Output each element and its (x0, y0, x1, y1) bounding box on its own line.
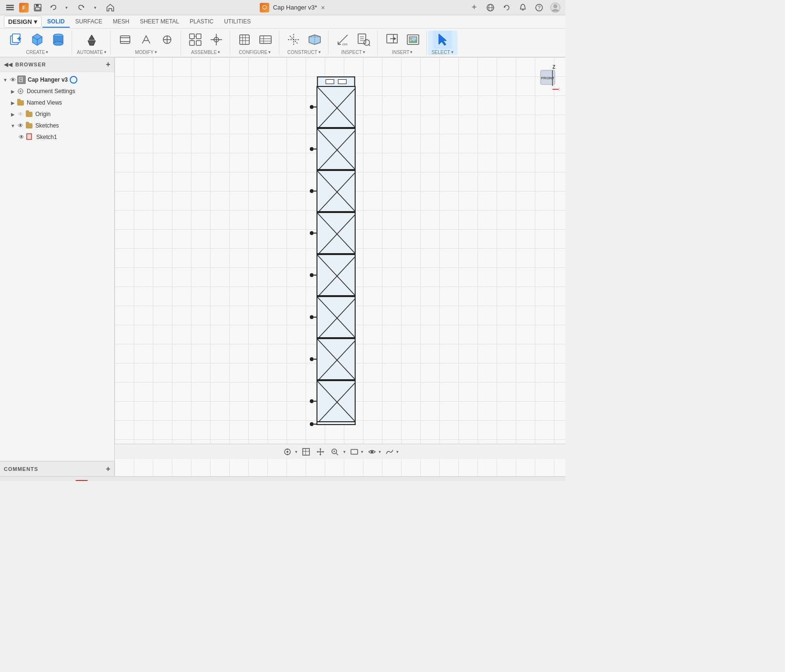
root-arrow[interactable]: ▼ (2, 76, 9, 83)
insert-button1[interactable] (382, 31, 402, 49)
timeline-prev-button[interactable]: ⏴ (18, 480, 29, 481)
construct-button1[interactable] (284, 31, 303, 49)
env-arrow[interactable]: ▾ (396, 449, 399, 454)
create-box-button[interactable] (28, 31, 47, 49)
redo-arrow[interactable]: ▾ (89, 1, 101, 14)
view-cube[interactable]: Z X FRONT (526, 63, 560, 96)
tree-item-origin[interactable]: ▶ 👁 Origin (0, 108, 114, 120)
configure-button1[interactable] (235, 31, 254, 49)
undo-button[interactable] (47, 1, 59, 14)
sketches-eye-icon[interactable]: 👁 (16, 121, 25, 130)
tree-item-named-views[interactable]: ▶ Named Views (0, 97, 114, 108)
tab-solid[interactable]: SOLID (42, 16, 70, 28)
display-button[interactable] (349, 446, 360, 458)
unit-box-2 (317, 128, 356, 170)
view-arrow[interactable]: ▾ (379, 449, 381, 454)
display-arrow[interactable]: ▾ (361, 449, 363, 454)
inspect-button1[interactable]: cm (333, 31, 352, 49)
automate-button[interactable] (82, 31, 101, 49)
select-button[interactable] (433, 31, 452, 49)
sketch-top-connector (317, 76, 355, 86)
tab-mesh[interactable]: MESH (108, 16, 134, 28)
timeline-settings-button[interactable] (551, 480, 562, 481)
help-button[interactable]: ? (533, 1, 545, 14)
viewport[interactable]: Z X FRONT (115, 57, 565, 476)
undo-arrow[interactable]: ▾ (60, 1, 73, 14)
svg-line-100 (318, 297, 356, 338)
save-button[interactable] (32, 1, 44, 14)
tree-item-sketches[interactable]: ▼ 👁 Sketches (0, 120, 114, 131)
browser-add-button[interactable]: + (106, 60, 110, 69)
timeline-rewind-button[interactable]: ⏮ (4, 480, 14, 481)
insert-button2[interactable] (403, 31, 423, 49)
automate-label: AUTOMATE (77, 50, 103, 55)
construct-button2[interactable] (305, 31, 324, 49)
select-arrow[interactable]: ▾ (451, 50, 454, 54)
design-button[interactable]: DESIGN ▾ (4, 16, 42, 28)
sketch-unit-4 (317, 212, 356, 254)
sync-button[interactable] (500, 1, 513, 14)
svg-text:?: ? (538, 5, 541, 11)
tab-sheetmetal[interactable]: SHEET METAL (135, 16, 184, 28)
tab-surface[interactable]: SURFACE (71, 16, 107, 28)
modify-icon3 (159, 32, 175, 47)
document-title: Cap Hanger v3* (273, 4, 318, 11)
create-cylinder-button[interactable] (49, 31, 68, 49)
svg-line-102 (318, 339, 356, 380)
sketch1-eye-icon[interactable]: 👁 (17, 133, 26, 141)
timeline-next-button[interactable]: ⏵ (47, 480, 57, 481)
configure-arrow[interactable]: ▾ (268, 50, 271, 54)
tree-item-doc-settings[interactable]: ▶ Document Settings (0, 85, 114, 97)
home-button[interactable] (104, 1, 117, 14)
zoom-arrow[interactable]: ▾ (343, 449, 346, 454)
inspect-button2[interactable] (354, 31, 373, 49)
env-button[interactable] (384, 446, 395, 458)
origin-eye-icon[interactable]: 👁 (16, 110, 25, 118)
position-button[interactable] (282, 446, 293, 458)
svg-point-16 (553, 4, 557, 8)
timeline-end-button[interactable]: ⏭ (61, 480, 72, 481)
modify-button2[interactable] (137, 31, 156, 49)
tab-utilities[interactable]: UTILITIES (219, 16, 255, 28)
svg-line-92 (318, 129, 356, 170)
user-button[interactable] (549, 1, 562, 14)
tree-item-root[interactable]: ▼ 👁 Cap Hanger v3 (0, 74, 114, 85)
app-menu-button[interactable] (4, 1, 16, 14)
doc-settings-arrow[interactable]: ▶ (10, 88, 16, 95)
grid-button[interactable] (300, 446, 312, 458)
tree-item-sketch1[interactable]: 👁 Sketch1 (0, 131, 114, 143)
timeline-sketch-marker[interactable] (75, 480, 88, 481)
comments-add-button[interactable]: + (106, 465, 110, 473)
root-eye-icon[interactable]: 👁 (9, 75, 17, 84)
notification-button[interactable] (517, 1, 529, 14)
sketches-arrow[interactable]: ▼ (10, 122, 16, 129)
pan-button[interactable] (315, 446, 326, 458)
construct-arrow[interactable]: ▾ (318, 50, 321, 54)
insert-arrow[interactable]: ▾ (410, 50, 413, 54)
assemble-button1[interactable] (186, 31, 205, 49)
configure-icon (237, 32, 252, 47)
new-tab-button[interactable]: + (468, 1, 480, 14)
modify-button1[interactable] (116, 31, 135, 49)
online-button[interactable] (484, 1, 497, 14)
new-component-button[interactable] (7, 31, 26, 49)
redo-button[interactable] (75, 1, 88, 14)
assemble-arrow[interactable]: ▾ (218, 50, 220, 54)
modify-arrow[interactable]: ▾ (155, 50, 157, 54)
create-arrow[interactable]: ▾ (46, 50, 48, 54)
inspect-arrow[interactable]: ▾ (363, 50, 365, 54)
modify-button3[interactable] (158, 31, 177, 49)
automate-arrow[interactable]: ▾ (104, 50, 106, 54)
ribbon-group-automate: AUTOMATE ▾ (73, 31, 111, 55)
browser-collapse-button[interactable]: ◀◀ (4, 61, 12, 68)
assemble-button2[interactable] (207, 31, 226, 49)
timeline-play-button[interactable]: ▶ (32, 480, 43, 481)
tab-close-button[interactable]: × (321, 4, 325, 11)
named-views-arrow[interactable]: ▶ (10, 99, 16, 106)
origin-arrow[interactable]: ▶ (10, 111, 16, 117)
view-button[interactable] (366, 446, 378, 458)
zoom-button[interactable] (329, 446, 340, 458)
tab-plastic[interactable]: PLASTIC (185, 16, 218, 28)
position-arrow[interactable]: ▾ (295, 449, 297, 454)
configure-button2[interactable] (256, 31, 275, 49)
